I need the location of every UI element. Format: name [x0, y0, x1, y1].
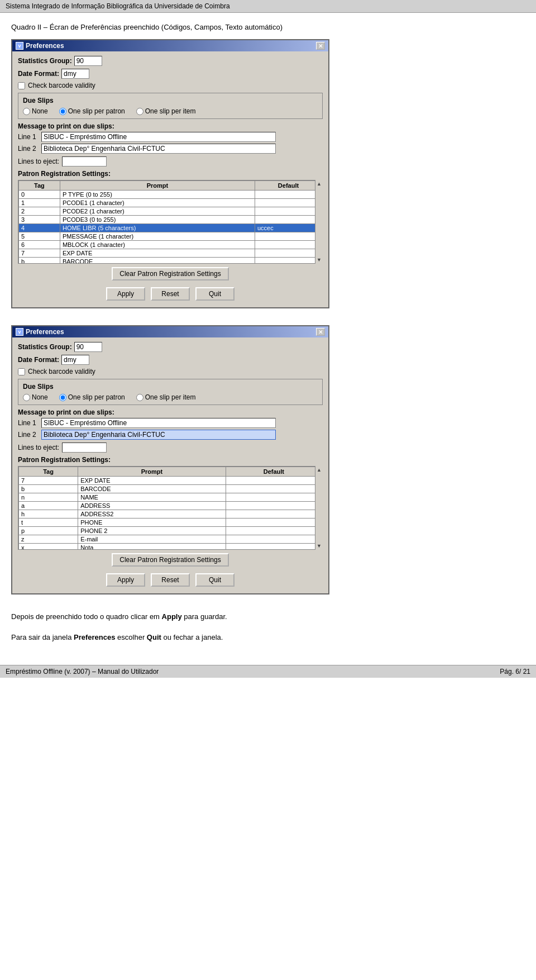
body-text-2-start: Para sair da janela: [11, 633, 74, 641]
cell-tag: n: [19, 493, 78, 502]
check-barcode-checkbox[interactable]: [18, 82, 25, 89]
table-row: a ADDRESS: [19, 502, 322, 510]
table-row: h ADDRESS2: [19, 510, 322, 518]
cell-prompt: PCODE3 (0 to 255): [60, 216, 255, 224]
cell-default: [255, 249, 322, 258]
close-button-2[interactable]: ✕: [316, 328, 325, 336]
radio-item-input[interactable]: [136, 108, 143, 115]
cell-prompt: EXP DATE: [60, 249, 255, 258]
radio-none: None: [23, 107, 48, 115]
body-text-2-end: ou fechar a janela.: [161, 633, 223, 641]
clear-patron-button-2[interactable]: Clear Patron Registration Settings: [112, 553, 228, 567]
radio-one-per-patron: One slip per patron: [59, 107, 125, 115]
check-barcode-checkbox-2[interactable]: [18, 368, 25, 375]
scroll-up-arrow[interactable]: ▲: [317, 181, 322, 187]
statistics-group-input-2[interactable]: [74, 342, 102, 352]
preferences-dialog-2: v Preferences ✕ Statistics Group: Date F…: [11, 325, 329, 594]
col-default-1: Default: [255, 181, 322, 191]
table-row: 2 PCODE2 (1 character): [19, 207, 322, 216]
table-row-highlighted: 4 HOME LIBR (5 characters) uccec: [19, 224, 322, 232]
titlebar-left-1: v Preferences: [16, 42, 64, 50]
reset-button-2[interactable]: Reset: [151, 573, 190, 587]
statistics-group-row-2: Statistics Group:: [18, 342, 323, 352]
line2-row-2: Line 2: [18, 430, 323, 440]
cell-default: [226, 502, 322, 510]
page-content: Quadro II – Écran de Preferências preenc…: [0, 13, 536, 654]
col-prompt-1: Prompt: [60, 181, 255, 191]
radio-none-input[interactable]: [23, 108, 30, 115]
quit-button-1[interactable]: Quit: [195, 287, 234, 301]
date-format-label: Date Format:: [18, 70, 59, 78]
scrollbar-1[interactable]: ▲ ▼: [315, 180, 323, 264]
cell-prompt: PHONE 2: [78, 527, 226, 535]
statistics-group-label-2: Statistics Group:: [18, 343, 72, 351]
cell-prompt: NAME: [78, 493, 226, 502]
cell-default: [226, 485, 322, 493]
statistics-group-input[interactable]: [74, 56, 102, 66]
reset-button-1[interactable]: Reset: [151, 287, 190, 301]
lines-eject-input-2[interactable]: [62, 443, 107, 453]
action-buttons-1: Apply Reset Quit: [18, 284, 323, 303]
quit-button-2[interactable]: Quit: [195, 573, 234, 587]
radio-none-input-2[interactable]: [23, 394, 30, 401]
table-row: x Nota: [19, 544, 322, 550]
msg-label-2: Message to print on due slips:: [18, 408, 323, 416]
radio-patron-input-2[interactable]: [59, 394, 66, 401]
radio-patron-input[interactable]: [59, 108, 66, 115]
line1-input-2[interactable]: [41, 418, 276, 428]
dialog-title-1: Preferences: [26, 42, 64, 50]
date-format-input[interactable]: [61, 69, 89, 79]
section-title: Quadro II – Écran de Preferências preenc…: [11, 23, 525, 31]
scrollbar-2[interactable]: ▲ ▼: [315, 466, 323, 550]
cell-tag: x: [19, 544, 78, 550]
patron-table-wrapper-1: Tag Prompt Default 0 P TYPE (0 to 255): [18, 180, 323, 264]
date-format-input-2[interactable]: [61, 355, 89, 365]
statistics-group-row: Statistics Group:: [18, 56, 323, 66]
cell-default: [226, 535, 322, 544]
line2-input-2[interactable]: [41, 430, 276, 440]
cell-default: [255, 199, 322, 207]
patron-table-scroll-1[interactable]: Tag Prompt Default 0 P TYPE (0 to 255): [18, 180, 323, 264]
cell-default: [255, 207, 322, 216]
cell-default: [226, 493, 322, 502]
titlebar-1: v Preferences ✕: [12, 40, 328, 51]
cell-prompt: Nota: [78, 544, 226, 550]
clear-patron-button-1[interactable]: Clear Patron Registration Settings: [112, 267, 228, 280]
cell-tag: 2: [19, 207, 60, 216]
radio-none-label-2: None: [32, 393, 48, 401]
scroll-down-arrow[interactable]: ▼: [317, 257, 322, 263]
col-tag-1: Tag: [19, 181, 60, 191]
titlebar-left-2: v Preferences: [16, 328, 64, 336]
scroll-down-arrow-2[interactable]: ▼: [317, 543, 322, 549]
table-row: 7 EXP DATE: [19, 249, 322, 258]
apply-button-1[interactable]: Apply: [106, 287, 145, 301]
header-title: Sistema Integrado de Informação Bibliogr…: [6, 2, 230, 10]
radio-item-input-2[interactable]: [136, 394, 143, 401]
line2-row: Line 2: [18, 144, 323, 154]
line2-input[interactable]: [41, 144, 276, 154]
cell-default: [226, 544, 322, 550]
cell-prompt: MBLOCK (1 character): [60, 241, 255, 249]
patron-label-2: Patron Registration Settings:: [18, 456, 323, 464]
apply-button-2[interactable]: Apply: [106, 573, 145, 587]
msg-section-2: Message to print on due slips: Line 1 Li…: [18, 408, 323, 440]
table-row: 5 PMESSAGE (1 character): [19, 232, 322, 241]
body-text-2: Para sair da janela Preferences escolher…: [11, 632, 525, 644]
table-row: n NAME: [19, 493, 322, 502]
close-button-1[interactable]: ✕: [316, 42, 325, 50]
cell-tag: 0: [19, 191, 60, 199]
cell-tag: a: [19, 502, 78, 510]
clear-btn-row-1: Clear Patron Registration Settings: [18, 267, 323, 280]
line1-input[interactable]: [41, 132, 276, 142]
check-barcode-label-2: Check barcode validity: [28, 368, 95, 375]
patron-section-1: Patron Registration Settings: Tag Prompt…: [18, 170, 323, 264]
patron-table-scroll-2[interactable]: Tag Prompt Default 7 EXP DATE: [18, 466, 323, 550]
body-text-2-mid: escolher: [115, 633, 146, 641]
scroll-up-arrow-2[interactable]: ▲: [317, 467, 322, 473]
cell-prompt: BARCODE: [60, 258, 255, 264]
preferences-bold: Preferences: [74, 633, 115, 641]
cell-default: [255, 232, 322, 241]
page-footer: Empréstimo Offline (v. 2007) – Manual do…: [0, 665, 536, 678]
table-row: t PHONE: [19, 518, 322, 527]
lines-eject-input[interactable]: [62, 156, 107, 166]
